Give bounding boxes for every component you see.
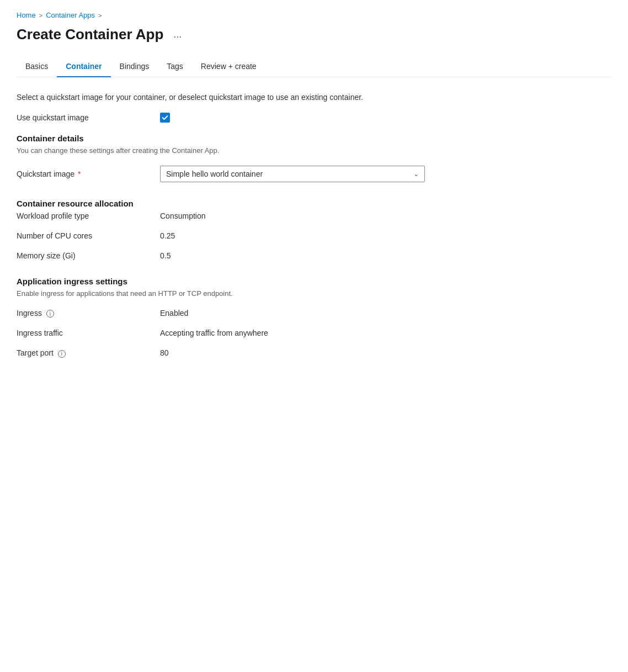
required-asterisk: * <box>78 170 81 178</box>
ingress-value: Enabled <box>160 309 188 318</box>
ingress-info-icon[interactable]: i <box>46 310 54 318</box>
quickstart-image-field-label: Quickstart image * <box>17 170 160 178</box>
tab-basics[interactable]: Basics <box>17 56 57 77</box>
dropdown-chevron-icon: ⌄ <box>413 170 419 178</box>
workload-profile-label: Workload profile type <box>17 211 160 220</box>
breadcrumb-separator-1: > <box>39 12 42 19</box>
target-port-value: 80 <box>160 348 169 357</box>
resource-allocation-title: Container resource allocation <box>17 199 513 208</box>
quickstart-image-dropdown-value: Simple hello world container <box>166 170 263 178</box>
tab-bindings[interactable]: Bindings <box>111 56 158 77</box>
quickstart-description: Select a quickstart image for your conta… <box>17 93 513 102</box>
more-options-button[interactable]: ... <box>170 28 185 41</box>
tab-review-create[interactable]: Review + create <box>192 56 265 77</box>
container-details-section: Container details You can change these s… <box>17 134 513 182</box>
main-content: Select a quickstart image for your conta… <box>17 93 513 358</box>
tab-container[interactable]: Container <box>57 56 110 77</box>
quickstart-image-dropdown[interactable]: Simple hello world container ⌄ <box>160 166 425 182</box>
quickstart-checkbox-container[interactable] <box>160 113 170 123</box>
ingress-settings-title: Application ingress settings <box>17 277 513 286</box>
memory-size-label: Memory size (Gi) <box>17 251 160 260</box>
checkmark-icon <box>162 114 168 121</box>
memory-size-value: 0.5 <box>160 251 171 260</box>
quickstart-checkbox[interactable] <box>160 113 170 123</box>
quickstart-image-label: Use quickstart image <box>17 113 160 122</box>
resource-allocation-section: Container resource allocation Workload p… <box>17 199 513 260</box>
memory-size-row: Memory size (Gi) 0.5 <box>17 251 513 260</box>
page-title: Create Container App <box>17 26 163 43</box>
ingress-settings-section: Application ingress settings Enable ingr… <box>17 277 513 358</box>
target-port-row: Target port i 80 <box>17 348 513 357</box>
container-details-subtitle: You can change these settings after crea… <box>17 146 513 155</box>
quickstart-image-field-row: Quickstart image * Simple hello world co… <box>17 166 513 182</box>
page-header: Create Container App ... <box>17 26 611 43</box>
ingress-label: Ingress i <box>17 309 160 318</box>
breadcrumb-home[interactable]: Home <box>17 11 36 19</box>
ingress-settings-description: Enable ingress for applications that nee… <box>17 289 513 298</box>
ingress-traffic-label: Ingress traffic <box>17 329 160 337</box>
tab-bar: Basics Container Bindings Tags Review + … <box>17 56 611 77</box>
cpu-cores-row: Number of CPU cores 0.25 <box>17 231 513 240</box>
target-port-label: Target port i <box>17 348 160 357</box>
breadcrumb-container-apps[interactable]: Container Apps <box>46 11 95 19</box>
ingress-traffic-row: Ingress traffic Accepting traffic from a… <box>17 329 513 337</box>
workload-profile-row: Workload profile type Consumption <box>17 211 513 220</box>
target-port-info-icon[interactable]: i <box>58 350 66 358</box>
container-details-title: Container details <box>17 134 513 143</box>
workload-profile-value: Consumption <box>160 211 206 220</box>
quickstart-image-row: Use quickstart image <box>17 113 513 123</box>
breadcrumb: Home > Container Apps > <box>17 11 611 19</box>
ingress-row: Ingress i Enabled <box>17 309 513 318</box>
tab-tags[interactable]: Tags <box>158 56 192 77</box>
cpu-cores-value: 0.25 <box>160 231 175 240</box>
ingress-traffic-value: Accepting traffic from anywhere <box>160 329 268 337</box>
cpu-cores-label: Number of CPU cores <box>17 231 160 240</box>
breadcrumb-separator-2: > <box>98 12 102 19</box>
